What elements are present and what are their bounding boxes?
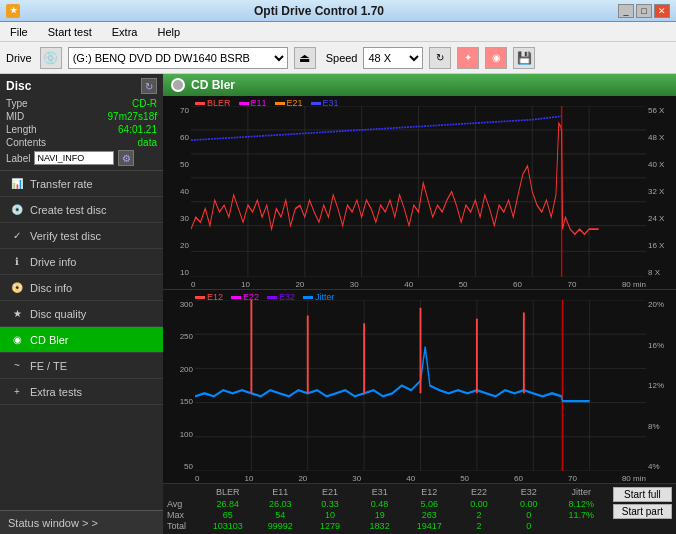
disc-contents-row: Contents data bbox=[6, 137, 157, 148]
minimize-button[interactable]: _ bbox=[618, 4, 634, 18]
nav-item-disc-quality[interactable]: ★Disc quality bbox=[0, 301, 163, 327]
y-right-32: 32 X bbox=[648, 187, 664, 196]
close-button[interactable]: ✕ bbox=[654, 4, 670, 18]
nav-item-fe-te[interactable]: ~FE / TE bbox=[0, 353, 163, 379]
nav-icon-transfer-rate: 📊 bbox=[10, 177, 24, 191]
disc-label-row: Label ⚙ bbox=[6, 150, 157, 166]
disc-label-key: Label bbox=[6, 153, 30, 164]
disc-type-row: Type CD-R bbox=[6, 98, 157, 109]
nav-icon-create-test-disc: 💿 bbox=[10, 203, 24, 217]
menu-extra[interactable]: Extra bbox=[106, 25, 144, 39]
nav-item-transfer-rate[interactable]: 📊Transfer rate bbox=[0, 171, 163, 197]
disc-length-val: 64:01.21 bbox=[118, 124, 157, 135]
y-bot-300: 300 bbox=[180, 300, 193, 309]
stats-max-e12: 263 bbox=[404, 510, 454, 520]
stats-table: BLER E11 E21 E31 E12 E22 E32 Jitter Avg bbox=[167, 487, 609, 531]
left-panel: Disc ↻ Type CD-R MID 97m27s18f Length 64… bbox=[0, 74, 163, 534]
bottom-chart-svg bbox=[195, 300, 646, 471]
menu-bar: File Start test Extra Help bbox=[0, 22, 676, 42]
disc-refresh-btn[interactable]: ↻ bbox=[141, 78, 157, 94]
nav-list: 📊Transfer rate💿Create test disc✓Verify t… bbox=[0, 171, 163, 405]
y-top-50: 50 bbox=[180, 160, 189, 169]
nav-item-drive-info[interactable]: ℹDrive info bbox=[0, 249, 163, 275]
disc-mid-key: MID bbox=[6, 111, 24, 122]
speed-label: Speed bbox=[326, 52, 358, 64]
y-right-4p: 4% bbox=[648, 462, 660, 471]
x-label-30: 30 bbox=[350, 280, 359, 289]
speed-refresh-btn[interactable]: ↻ bbox=[429, 47, 451, 69]
menu-help[interactable]: Help bbox=[151, 25, 186, 39]
x-bot-label-20: 20 bbox=[298, 474, 307, 483]
x-label-40: 40 bbox=[404, 280, 413, 289]
status-window-label: Status window > > bbox=[8, 517, 98, 529]
stats-avg-bler: 26.84 bbox=[200, 499, 255, 509]
stats-avg-jitter: 8.12% bbox=[554, 499, 609, 509]
nav-label-transfer-rate: Transfer rate bbox=[30, 178, 93, 190]
x-bot-label-0: 0 bbox=[195, 474, 199, 483]
stats-total-bler: 103103 bbox=[200, 521, 255, 531]
x-label-80: 80 min bbox=[622, 280, 646, 289]
start-full-button[interactable]: Start full bbox=[613, 487, 672, 502]
nav-label-drive-info: Drive info bbox=[30, 256, 76, 268]
menu-start-test[interactable]: Start test bbox=[42, 25, 98, 39]
y-bot-200: 200 bbox=[180, 365, 193, 374]
x-label-60: 60 bbox=[513, 280, 522, 289]
nav-label-fe-te: FE / TE bbox=[30, 360, 67, 372]
disc-length-key: Length bbox=[6, 124, 37, 135]
stats-max-e11: 54 bbox=[255, 510, 305, 520]
disc-section-title: Disc bbox=[6, 79, 31, 93]
disc-label-input[interactable] bbox=[34, 151, 114, 165]
nav-item-extra-tests[interactable]: +Extra tests bbox=[0, 379, 163, 405]
save-btn[interactable]: 💾 bbox=[513, 47, 535, 69]
nav-label-create-test-disc: Create test disc bbox=[30, 204, 106, 216]
drive-select[interactable]: (G:) BENQ DVD DD DW1640 BSRB bbox=[68, 47, 288, 69]
start-part-button[interactable]: Start part bbox=[613, 504, 672, 519]
y-top-70: 70 bbox=[180, 106, 189, 115]
disc-label-btn[interactable]: ⚙ bbox=[118, 150, 134, 166]
y-right-24: 24 X bbox=[648, 214, 664, 223]
status-window-bar[interactable]: Status window > > bbox=[0, 510, 163, 534]
y-right-8: 8 X bbox=[648, 268, 660, 277]
nav-item-verify-test-disc[interactable]: ✓Verify test disc bbox=[0, 223, 163, 249]
nav-icon-extra-tests: + bbox=[10, 385, 24, 399]
speed-select[interactable]: 48 X bbox=[363, 47, 423, 69]
nav-item-cd-bler[interactable]: ◉CD Bler bbox=[0, 327, 163, 353]
stats-total-e22: 2 bbox=[454, 521, 504, 531]
stats-col-jitter: Jitter bbox=[554, 487, 609, 497]
nav-label-cd-bler: CD Bler bbox=[30, 334, 69, 346]
nav-icon-cd-bler: ◉ bbox=[10, 333, 24, 347]
stats-avg-label: Avg bbox=[167, 499, 200, 509]
erase-btn[interactable]: ✦ bbox=[457, 47, 479, 69]
nav-item-disc-info[interactable]: 📀Disc info bbox=[0, 275, 163, 301]
y-bot-150: 150 bbox=[180, 397, 193, 406]
chart-disc-icon bbox=[171, 78, 185, 92]
burn-btn[interactable]: ◉ bbox=[485, 47, 507, 69]
drive-icon-btn[interactable]: 💿 bbox=[40, 47, 62, 69]
y-right-8p: 8% bbox=[648, 422, 660, 431]
eject-button[interactable]: ⏏ bbox=[294, 47, 316, 69]
legend-e32: E32 bbox=[279, 292, 295, 302]
disc-section: Disc ↻ Type CD-R MID 97m27s18f Length 64… bbox=[0, 74, 163, 171]
stats-avg-e11: 26.03 bbox=[255, 499, 305, 509]
stats-max-e31: 19 bbox=[355, 510, 405, 520]
y-top-30: 30 bbox=[180, 214, 189, 223]
stats-avg-e31: 0.48 bbox=[355, 499, 405, 509]
y-top-60: 60 bbox=[180, 133, 189, 142]
stats-max-jitter: 11.7% bbox=[554, 510, 609, 520]
menu-file[interactable]: File bbox=[4, 25, 34, 39]
stats-max-e32: 0 bbox=[504, 510, 554, 520]
disc-type-val: CD-R bbox=[132, 98, 157, 109]
nav-label-disc-info: Disc info bbox=[30, 282, 72, 294]
main-area: Disc ↻ Type CD-R MID 97m27s18f Length 64… bbox=[0, 74, 676, 534]
stats-total-label: Total bbox=[167, 521, 200, 531]
stats-col-empty bbox=[167, 487, 200, 497]
x-bot-label-80: 80 min bbox=[622, 474, 646, 483]
charts-area: BLER E11 E21 E31 70 60 50 40 30 20 10 bbox=[163, 96, 676, 534]
maximize-button[interactable]: □ bbox=[636, 4, 652, 18]
nav-item-create-test-disc[interactable]: 💿Create test disc bbox=[0, 197, 163, 223]
nav-icon-verify-test-disc: ✓ bbox=[10, 229, 24, 243]
title-bar: ★ Opti Drive Control 1.70 _ □ ✕ bbox=[0, 0, 676, 22]
y-bot-100: 100 bbox=[180, 430, 193, 439]
stats-col-e32: E32 bbox=[504, 487, 554, 497]
nav-icon-disc-info: 📀 bbox=[10, 281, 24, 295]
